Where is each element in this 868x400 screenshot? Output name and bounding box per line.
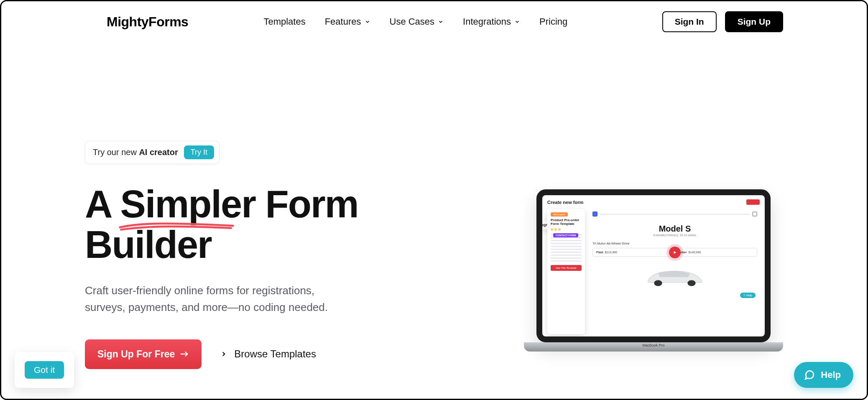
laptop-base: Macbook Pro xyxy=(524,342,783,352)
hero-title-underline-word: Simpler xyxy=(120,184,255,224)
ai-try-it-button[interactable]: Try It xyxy=(184,145,214,159)
laptop-base-label: Macbook Pro xyxy=(524,343,783,347)
hero-section: Try our new AI creator Try It A Simpler … xyxy=(1,32,867,369)
help-widget-button[interactable]: Help xyxy=(794,362,853,388)
arrow-right-icon xyxy=(180,351,189,357)
play-button[interactable] xyxy=(669,247,681,258)
nav-features-label: Features xyxy=(325,16,361,27)
cookie-got-it-button[interactable]: Got it xyxy=(25,361,64,379)
ai-pill-text: Try our new AI creator xyxy=(93,148,178,157)
price-cell-plaid: Plaid $119,990 xyxy=(593,248,675,256)
mockup-help-pill: ?Help xyxy=(740,293,756,298)
svg-marker-5 xyxy=(674,251,677,254)
star-icon xyxy=(554,228,557,231)
nav-pricing-label: Pricing xyxy=(539,16,567,27)
mockup-sidebar: CONTACT FORM Most popular Product Pre-or… xyxy=(547,209,585,334)
step-line xyxy=(600,214,750,214)
mockup-body: CONTACT FORM Most popular Product Pre-or… xyxy=(542,209,765,334)
scribble-underline-icon xyxy=(118,220,235,232)
cookie-consent-card: Got it xyxy=(15,352,74,388)
mockup-header-title: Create new form xyxy=(547,200,583,205)
mockup-price-row: Plaid $119,990 Palla+ $140,990 xyxy=(592,248,757,257)
price-plaid-value: $119,990 xyxy=(605,251,617,254)
ai-pill-prefix: Try our new xyxy=(93,148,139,157)
nav-pricing[interactable]: Pricing xyxy=(539,16,567,27)
mockup-motor-row: Tri Motor All-Wheel Drive xyxy=(592,242,757,245)
auth-buttons: Sign In Sign Up xyxy=(662,11,783,32)
chat-bubble-icon xyxy=(804,369,815,380)
mockup-main: Model S Estimated Delivery: 10-14 weeks … xyxy=(590,209,760,334)
signup-free-button[interactable]: Sign Up For Free xyxy=(85,339,202,369)
signup-free-label: Sign Up For Free xyxy=(97,349,175,360)
price-palla-value: $140,990 xyxy=(689,251,701,254)
browse-templates-label: Browse Templates xyxy=(234,348,316,360)
mockup-help-label: Help xyxy=(746,294,752,297)
nav-templates-label: Templates xyxy=(263,16,305,27)
hero-title-pre: A xyxy=(85,183,120,225)
sign-in-button[interactable]: Sign In xyxy=(662,11,717,32)
browse-templates-link[interactable]: Browse Templates xyxy=(220,348,316,360)
step-indicator xyxy=(752,211,757,217)
sidebar-tag: Most popular xyxy=(551,212,568,217)
chevron-down-icon xyxy=(365,19,370,25)
cta-row: Sign Up For Free Browse Templates xyxy=(85,339,486,369)
laptop-mockup: Slack Integrations 👍 PayPal Create new f… xyxy=(524,189,783,352)
nav-integrations-label: Integrations xyxy=(463,16,511,27)
chevron-right-icon xyxy=(220,350,227,358)
sidebar-template-title: Product Pre-order Form Template xyxy=(551,218,582,226)
contact-form-badge: CONTACT FORM xyxy=(553,233,578,237)
chevron-down-icon xyxy=(514,19,520,25)
sign-up-button[interactable]: Sign Up xyxy=(725,11,783,32)
laptop-screen: Slack Integrations 👍 PayPal Create new f… xyxy=(536,189,771,342)
mockup-steps xyxy=(592,211,757,217)
mockup-header-button xyxy=(746,199,760,205)
car-illustration xyxy=(641,267,708,288)
step-indicator xyxy=(592,211,597,217)
nav-use-cases[interactable]: Use Cases xyxy=(390,16,444,27)
star-icon xyxy=(551,228,553,231)
nav-templates[interactable]: Templates xyxy=(263,16,305,27)
sidebar-description-lines xyxy=(551,234,582,262)
help-widget-label: Help xyxy=(821,369,841,380)
main-nav: Templates Features Use Cases Integration… xyxy=(263,16,567,27)
sidebar-use-template-button: Use This Template xyxy=(551,265,582,271)
hero-subtitle: Craft user-friendly online forms for reg… xyxy=(85,282,336,316)
ai-pill-bold: AI creator xyxy=(139,148,178,157)
ai-creator-pill: Try our new AI creator Try It xyxy=(85,141,220,164)
hero-title-underline-text: Simpler xyxy=(120,183,255,225)
mockup-model-title: Model S xyxy=(592,224,757,234)
price-plaid-label: Plaid xyxy=(596,251,603,254)
site-header: MightyForms // Fix: logo shows just bran… xyxy=(1,1,867,32)
chevron-down-icon xyxy=(438,19,444,25)
brand-logo[interactable]: MightyForms xyxy=(107,14,188,30)
nav-features[interactable]: Features xyxy=(325,16,370,27)
play-icon xyxy=(673,250,677,255)
nav-integrations[interactable]: Integrations xyxy=(463,16,520,27)
svg-point-7 xyxy=(687,280,695,286)
mockup-header: Create new form xyxy=(542,195,765,209)
hero-title: A Simpler Form Builder xyxy=(85,184,486,265)
svg-point-6 xyxy=(654,280,662,286)
nav-use-cases-label: Use Cases xyxy=(390,16,435,27)
price-cell-palla: Palla+ $140,990 xyxy=(675,248,757,256)
star-icon xyxy=(558,228,561,231)
mockup-model-subtitle: Estimated Delivery: 10-14 weeks xyxy=(592,234,757,237)
